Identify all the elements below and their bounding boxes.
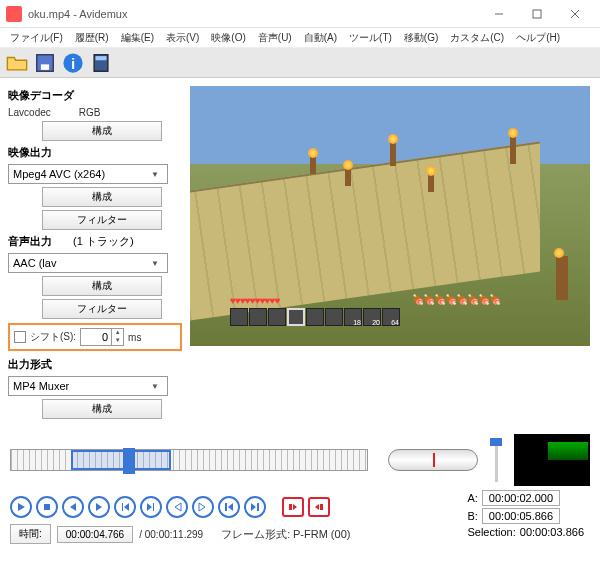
next-keyframe-button[interactable] <box>140 496 162 518</box>
audio-output-title: 音声出力 (1 トラック) <box>8 234 182 249</box>
jog-wheel[interactable] <box>388 449 478 471</box>
audio-filter-button[interactable]: フィルター <box>42 299 162 319</box>
close-button[interactable] <box>556 3 594 25</box>
spin-up-icon[interactable]: ▲ <box>112 329 123 337</box>
next-cut-button[interactable] <box>192 496 214 518</box>
playback-controls <box>10 496 350 518</box>
chevron-down-icon: ▼ <box>151 382 163 391</box>
maximize-button[interactable] <box>518 3 556 25</box>
play-button[interactable] <box>10 496 32 518</box>
shift-spinbox[interactable]: 0 ▲▼ <box>80 328 124 346</box>
shift-checkbox[interactable] <box>14 331 26 343</box>
decoder-codec: Lavcodec <box>8 107 51 118</box>
shift-unit: ms <box>128 332 141 343</box>
menu-bar: ファイル(F) 履歴(R) 編集(E) 表示(V) 映像(O) 音声(U) 自動… <box>0 28 600 48</box>
spin-down-icon[interactable]: ▼ <box>112 337 123 345</box>
timeline-selection <box>71 450 171 470</box>
first-frame-button[interactable] <box>218 496 240 518</box>
output-configure-button[interactable]: 構成 <box>42 399 162 419</box>
ab-marker-panel: A:00:00:02.000 B:00:00:05.866 Selection:… <box>467 490 584 538</box>
audio-configure-button[interactable]: 構成 <box>42 276 162 296</box>
marker-a-label: A: <box>467 492 477 504</box>
decoder-title: 映像デコーダ <box>8 88 182 103</box>
svg-rect-5 <box>41 64 49 70</box>
set-marker-b-button[interactable] <box>308 497 330 517</box>
svg-text:i: i <box>71 54 75 71</box>
thumbnail-preview <box>514 434 590 486</box>
shift-label: シフト(S): <box>30 330 76 344</box>
prev-frame-button[interactable] <box>62 496 84 518</box>
output-format-select[interactable]: MP4 Muxer▼ <box>8 376 168 396</box>
side-panel: 映像デコーダ Lavcodec RGB 構成 映像出力 Mpeg4 AVC (x… <box>0 78 190 428</box>
minimize-button[interactable] <box>480 3 518 25</box>
svg-rect-12 <box>320 504 323 510</box>
save-icon[interactable] <box>34 52 56 74</box>
info-icon[interactable]: i <box>62 52 84 74</box>
menu-auto[interactable]: 自動(A) <box>298 31 343 45</box>
menu-history[interactable]: 履歴(R) <box>69 31 115 45</box>
stop-button[interactable] <box>36 496 58 518</box>
svg-rect-1 <box>533 10 541 18</box>
video-preview: ♥♥♥♥♥♥♥♥♥♥🍖🍖🍖🍖🍖🍖🍖🍖 18 20 64 <box>190 86 590 346</box>
selection-label: Selection: <box>467 526 515 538</box>
marker-a-value: 00:00:02.000 <box>482 490 560 506</box>
menu-view[interactable]: 表示(V) <box>160 31 205 45</box>
decoder-format: RGB <box>79 107 101 118</box>
video-output-title: 映像出力 <box>8 145 182 160</box>
prev-cut-button[interactable] <box>166 496 188 518</box>
next-frame-button[interactable] <box>88 496 110 518</box>
menu-audio[interactable]: 音声(U) <box>252 31 298 45</box>
toolbar: i <box>0 48 600 78</box>
app-icon <box>6 6 22 22</box>
set-marker-a-button[interactable] <box>282 497 304 517</box>
chevron-down-icon: ▼ <box>151 170 163 179</box>
game-hud: ♥♥♥♥♥♥♥♥♥♥🍖🍖🍖🍖🍖🍖🍖🍖 18 20 64 <box>230 294 500 322</box>
window-title: oku.mp4 - Avidemux <box>28 8 480 20</box>
chevron-down-icon: ▼ <box>151 259 163 268</box>
video-configure-button[interactable]: 構成 <box>42 187 162 207</box>
menu-goto[interactable]: 移動(G) <box>398 31 444 45</box>
audio-output-select[interactable]: AAC (lav▼ <box>8 253 168 273</box>
menu-tools[interactable]: ツール(T) <box>343 31 398 45</box>
svg-rect-10 <box>44 504 50 510</box>
prev-keyframe-button[interactable] <box>114 496 136 518</box>
audio-track-count: (1 トラック) <box>73 235 134 247</box>
marker-b-value: 00:00:05.866 <box>482 508 560 524</box>
time-current-field[interactable]: 00:00:04.766 <box>57 526 133 543</box>
svg-rect-11 <box>289 504 292 510</box>
video-output-select[interactable]: Mpeg4 AVC (x264)▼ <box>8 164 168 184</box>
marker-b-label: B: <box>467 510 477 522</box>
menu-file[interactable]: ファイル(F) <box>4 31 69 45</box>
menu-help[interactable]: ヘルプ(H) <box>510 31 566 45</box>
timeline-handle[interactable] <box>123 448 135 474</box>
frame-type-label: フレーム形式: P-FRM (00) <box>221 527 350 542</box>
menu-custom[interactable]: カスタム(C) <box>444 31 510 45</box>
timeline-slider[interactable] <box>10 449 368 471</box>
decoder-configure-button[interactable]: 構成 <box>42 121 162 141</box>
last-frame-button[interactable] <box>244 496 266 518</box>
video-filter-button[interactable]: フィルター <box>42 210 162 230</box>
svg-rect-9 <box>96 56 107 60</box>
time-total: / 00:00:11.299 <box>139 529 203 540</box>
shift-highlight-box: シフト(S): 0 ▲▼ ms <box>8 323 182 351</box>
volume-slider[interactable] <box>486 437 506 483</box>
menu-edit[interactable]: 編集(E) <box>115 31 160 45</box>
output-format-title: 出力形式 <box>8 357 182 372</box>
selection-value: 00:00:03.866 <box>520 526 584 538</box>
time-label-button[interactable]: 時間: <box>10 524 51 544</box>
open-icon[interactable] <box>6 52 28 74</box>
menu-video[interactable]: 映像(O) <box>205 31 251 45</box>
calculator-icon[interactable] <box>90 52 112 74</box>
